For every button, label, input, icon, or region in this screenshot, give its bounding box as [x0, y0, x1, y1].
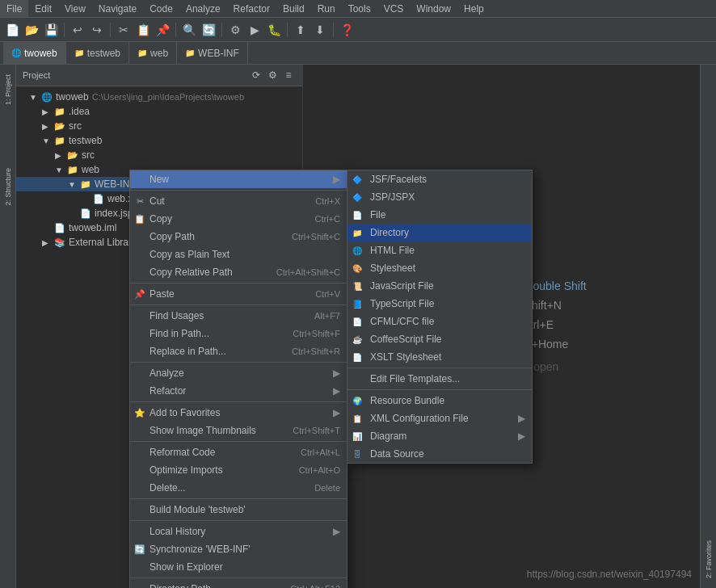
toolbar-debug[interactable]: 🐛: [265, 21, 283, 39]
submenu-directory[interactable]: 📁 Directory: [347, 224, 532, 242]
menu-window[interactable]: Window: [410, 0, 457, 17]
panel-sync-btn[interactable]: ⟳: [249, 68, 263, 82]
submenu-css[interactable]: 🎨 Stylesheet: [347, 259, 532, 277]
ctx-explorer[interactable]: Show in Explorer: [130, 558, 347, 576]
submenu-css-icon: 🎨: [351, 262, 364, 275]
submenu-html[interactable]: 🌐 HTML File: [347, 242, 532, 259]
ctx-analyze[interactable]: Analyze ▶: [130, 364, 347, 382]
ctx-favorites[interactable]: ⭐ Add to Favorites ▶: [130, 404, 347, 422]
menu-run[interactable]: Run: [311, 0, 342, 17]
toolbar-save[interactable]: 💾: [42, 21, 60, 39]
side-favorites-label[interactable]: 2: Favorites: [703, 534, 714, 585]
tab-testweb[interactable]: 📁 testweb: [66, 42, 129, 64]
tree-arrow-testweb-src: ▶: [55, 151, 66, 160]
ctx-new[interactable]: New ▶ 🔷 JSF/Facelets 🔷 JSP/JSPX 📄 File 📁: [130, 170, 347, 188]
ctx-refactor[interactable]: Refactor ▶: [130, 382, 347, 400]
menu-refactor[interactable]: Refactor: [227, 0, 276, 17]
tree-item-src[interactable]: ▶ 📂 src: [16, 119, 302, 133]
tab-web[interactable]: 📁 web: [129, 42, 177, 64]
submenu-xml[interactable]: 📋 XML Configuration File ▶: [347, 410, 532, 427]
ctx-find-path[interactable]: Find in Path... Ctrl+Shift+F: [130, 325, 347, 342]
tree-label-indexjsp: index.jsp: [95, 208, 133, 219]
ctx-sep4: [130, 401, 347, 402]
tree-label-iml: twoweb.iml: [69, 222, 116, 233]
toolbar-new[interactable]: 📄: [3, 21, 21, 39]
ctx-copy-plain[interactable]: Copy as Plain Text: [130, 246, 347, 263]
toolbar-vcs[interactable]: ⬆: [292, 21, 310, 39]
toolbar-cut[interactable]: ✂: [115, 21, 133, 39]
ctx-reformat[interactable]: Reformat Code Ctrl+Alt+L: [130, 443, 347, 461]
ctx-copy-rel[interactable]: Copy Relative Path Ctrl+Alt+Shift+C: [130, 263, 347, 281]
menu-vcs[interactable]: VCS: [377, 0, 411, 17]
tree-icon-webinf: 📁: [79, 178, 92, 191]
toolbar-help[interactable]: ❓: [338, 21, 356, 39]
submenu-jsp[interactable]: 🔷 JSP/JSPX: [347, 188, 532, 206]
ctx-paste[interactable]: 📌 Paste Ctrl+V: [130, 285, 347, 303]
toolbar-paste[interactable]: 📌: [154, 21, 171, 39]
panel-gear-btn[interactable]: ⚙: [265, 68, 280, 82]
ctx-favorites-arrow: ▶: [333, 407, 340, 418]
ctx-cut[interactable]: ✂ Cut Ctrl+X: [130, 192, 347, 210]
toolbar-search[interactable]: 🔍: [180, 21, 198, 39]
panel-settings-btn[interactable]: ≡: [281, 68, 296, 82]
submenu-file[interactable]: 📄 File: [347, 206, 532, 224]
ctx-dir-path[interactable]: Directory Path Ctrl+Alt+F12: [130, 580, 347, 588]
ctx-history[interactable]: Local History ▶: [130, 523, 347, 540]
tree-icon-testweb-src: 📂: [66, 149, 79, 162]
tree-item-twoweb[interactable]: ▼ 🌐 twoweb C:\Users\jing_pin\IdeaProject…: [16, 90, 302, 104]
panel-title: Project: [23, 70, 50, 80]
menu-build[interactable]: Build: [276, 0, 311, 17]
toolbar-vcs2[interactable]: ⬇: [311, 21, 329, 39]
submenu-xslt[interactable]: 📄 XSLT Stylesheet: [347, 348, 532, 366]
tree-path-twoweb: C:\Users\jing_pin\IdeaProjects\twoweb: [92, 92, 244, 102]
submenu-jsp-label: JSP/JSPX: [370, 191, 525, 203]
menu-navigate[interactable]: Navigate: [92, 0, 143, 17]
ctx-find-usages[interactable]: Find Usages Alt+F7: [130, 307, 347, 325]
submenu-coffee[interactable]: ☕ CoffeeScript File: [347, 330, 532, 348]
menu-analyze[interactable]: Analyze: [179, 0, 227, 17]
submenu-file-label: File: [370, 209, 525, 220]
toolbar-open[interactable]: 📂: [23, 21, 40, 39]
ctx-analyze-arrow: ▶: [333, 368, 340, 379]
submenu-cfml[interactable]: 📄 CFML/CFC file: [347, 313, 532, 330]
ctx-copy-path[interactable]: Copy Path Ctrl+Shift+C: [130, 228, 347, 246]
tree-item-testweb-src[interactable]: ▶ 📂 src: [16, 148, 302, 162]
toolbar-build[interactable]: ⚙: [226, 21, 244, 39]
submenu-ts[interactable]: 📘 TypeScript File: [347, 295, 532, 313]
toolbar-copy[interactable]: 📋: [134, 21, 152, 39]
menu-help[interactable]: Help: [457, 0, 491, 17]
submenu-js[interactable]: 📜 JavaScript File: [347, 277, 532, 295]
ctx-replace-path[interactable]: Replace in Path... Ctrl+Shift+R: [130, 342, 347, 360]
ctx-thumbnails[interactable]: Show Image Thumbnails Ctrl+Shift+T: [130, 422, 347, 439]
tab-twoweb[interactable]: 🌐 twoweb: [3, 42, 66, 64]
ctx-copy[interactable]: 📋 Copy Ctrl+C: [130, 210, 347, 228]
tree-item-idea[interactable]: ▶ 📁 .idea: [16, 104, 302, 119]
menu-file[interactable]: File: [0, 0, 28, 17]
submenu-edit-templates[interactable]: Edit File Templates...: [347, 370, 532, 388]
tab-webinf[interactable]: 📁 WEB-INF: [177, 42, 248, 64]
toolbar-redo[interactable]: ↪: [88, 21, 106, 39]
ctx-delete[interactable]: Delete... Delete: [130, 479, 347, 497]
menu-code[interactable]: Code: [143, 0, 179, 17]
tree-arrow-src: ▶: [42, 122, 53, 131]
submenu-resource[interactable]: 🌍 Resource Bundle: [347, 392, 532, 410]
toolbar-sep5: [287, 23, 288, 37]
side-structure-label[interactable]: 2: Structure: [2, 162, 14, 212]
submenu-datasource[interactable]: 🗄 Data Source: [347, 445, 532, 463]
menu-tools[interactable]: Tools: [342, 0, 377, 17]
submenu-diagram[interactable]: 📊 Diagram ▶: [347, 427, 532, 445]
menu-edit[interactable]: Edit: [28, 0, 58, 17]
menu-view[interactable]: View: [58, 0, 92, 17]
ctx-optimize[interactable]: Optimize Imports Ctrl+Alt+O: [130, 461, 347, 479]
submenu-datasource-label: Data Source: [370, 448, 525, 460]
submenu-jsf[interactable]: 🔷 JSF/Facelets: [347, 170, 532, 188]
tree-item-testweb[interactable]: ▼ 📁 testweb: [16, 133, 302, 148]
toolbar-run[interactable]: ▶: [246, 21, 263, 39]
ctx-sync[interactable]: 🔄 Synchronize 'WEB-INF': [130, 540, 347, 558]
ctx-optimize-label: Optimize Imports: [150, 464, 289, 476]
side-project-label[interactable]: 1: Project: [2, 68, 14, 111]
toolbar-undo[interactable]: ↩: [69, 21, 86, 39]
submenu-jsf-icon: 🔷: [351, 173, 364, 186]
ctx-build[interactable]: Build Module 'testweb': [130, 501, 347, 519]
toolbar-replace[interactable]: 🔄: [200, 21, 217, 39]
